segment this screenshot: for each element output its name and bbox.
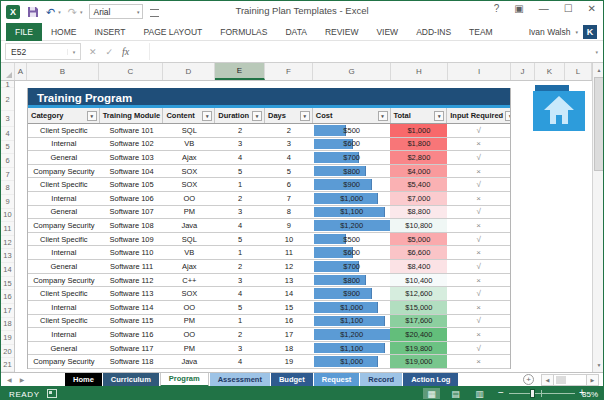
cell-input-required[interactable]: × xyxy=(447,328,510,341)
cell-cost[interactable]: $1,000 xyxy=(313,301,391,314)
name-box[interactable]: E52 ▾ xyxy=(5,43,81,60)
column-header-e[interactable]: E xyxy=(215,63,265,80)
cell-content[interactable]: Java xyxy=(163,355,215,368)
cell-days[interactable]: 6 xyxy=(265,178,313,191)
cell-module[interactable]: Software 107 xyxy=(100,206,164,219)
account-dropdown-icon[interactable]: ▾ xyxy=(575,29,578,35)
undo-dropdown-icon[interactable]: ▾ xyxy=(58,9,61,15)
expand-formula-bar-icon[interactable]: ▾ xyxy=(595,49,598,55)
cell-days[interactable]: 19 xyxy=(265,355,313,368)
cell-module[interactable]: Software 112 xyxy=(100,274,164,287)
ribbon-tab-add-ins[interactable]: ADD-INS xyxy=(407,23,460,41)
cell-input-required[interactable]: × xyxy=(447,219,510,232)
cell-content[interactable]: PM xyxy=(163,315,215,328)
row-header-5[interactable]: 5 xyxy=(1,141,14,155)
table-header-duration[interactable]: Duration▾ xyxy=(215,108,265,123)
zoom-slider-track[interactable] xyxy=(509,393,575,394)
cell-days[interactable]: 9 xyxy=(265,219,313,232)
cell-total[interactable]: $8,400 xyxy=(390,260,447,273)
sheet-tab-record[interactable]: Record xyxy=(360,373,402,387)
cell-module[interactable]: Software 108 xyxy=(100,219,164,232)
cell-days[interactable]: 7 xyxy=(265,192,313,205)
cell-content[interactable]: Ajax xyxy=(163,151,215,164)
undo-icon[interactable]: ↶ xyxy=(46,5,55,19)
cell-category[interactable]: Client Specific xyxy=(28,124,100,137)
cell-duration[interactable]: 1 xyxy=(215,246,265,259)
cell-cost[interactable]: $900 xyxy=(313,287,391,300)
cell-duration[interactable]: 5 xyxy=(215,165,265,178)
page-layout-view-icon[interactable]: ▤ xyxy=(447,388,464,400)
cell-total[interactable]: $10,800 xyxy=(390,219,447,232)
ribbon-tab-home[interactable]: HOME xyxy=(42,23,86,41)
cell-input-required[interactable]: × xyxy=(447,355,510,368)
cell-total[interactable]: $2,800 xyxy=(390,151,447,164)
cell-total[interactable]: $5,000 xyxy=(390,233,447,246)
row-header-4[interactable]: 4 xyxy=(1,127,14,141)
normal-view-icon[interactable]: ▦ xyxy=(423,388,440,400)
column-header-h[interactable]: H xyxy=(391,63,448,80)
save-icon[interactable] xyxy=(27,6,39,18)
cell-input-required[interactable]: × xyxy=(447,165,510,178)
vertical-scroll-thumb[interactable] xyxy=(594,77,604,171)
filter-dropdown-icon[interactable]: ▾ xyxy=(300,111,310,121)
account-name[interactable]: Ivan Walsh xyxy=(529,27,571,37)
cell-content[interactable]: Java xyxy=(163,219,215,232)
row-header-14[interactable]: 14 xyxy=(1,263,14,277)
sheet-nav-left-icon[interactable]: ◀ xyxy=(7,377,12,384)
zoom-level[interactable]: 85% xyxy=(582,390,598,399)
cell-content[interactable]: Ajax xyxy=(163,260,215,273)
row-header-16[interactable]: 16 xyxy=(1,290,14,304)
scroll-down-icon[interactable]: ▼ xyxy=(593,362,604,368)
ribbon-tab-view[interactable]: VIEW xyxy=(367,23,407,41)
table-row[interactable]: Client SpecificSoftware 109SQL510$500$5,… xyxy=(28,233,510,247)
column-header-g[interactable]: G xyxy=(313,63,391,80)
cell-days[interactable]: 2 xyxy=(265,124,313,137)
cell-duration[interactable]: 1 xyxy=(215,315,265,328)
table-row[interactable]: InternalSoftware 110VB111$600$6,600× xyxy=(28,246,510,260)
cell-cost[interactable]: $500 xyxy=(313,233,391,246)
filter-dropdown-icon[interactable]: ▾ xyxy=(505,111,510,121)
ribbon-tab-team[interactable]: TEAM xyxy=(460,23,502,41)
cell-duration[interactable]: 1 xyxy=(215,178,265,191)
cell-total[interactable]: $1,800 xyxy=(390,138,447,151)
sheet-tab-home[interactable]: Home xyxy=(65,373,102,387)
cell-category[interactable]: Company Security xyxy=(28,165,100,178)
cell-category[interactable]: General xyxy=(28,342,100,355)
cell-module[interactable]: Software 113 xyxy=(100,287,164,300)
cell-total[interactable]: $5,400 xyxy=(390,178,447,191)
cell-total[interactable]: $8,800 xyxy=(390,206,447,219)
cell-days[interactable]: 10 xyxy=(265,233,313,246)
ribbon-tab-insert[interactable]: INSERT xyxy=(85,23,134,41)
name-box-dropdown-icon[interactable]: ▾ xyxy=(67,49,80,55)
sheet-tab-budget[interactable]: Budget xyxy=(271,373,313,387)
cell-days[interactable]: 3 xyxy=(265,138,313,151)
cell-days[interactable]: 14 xyxy=(265,287,313,300)
column-header-j[interactable]: J xyxy=(511,63,535,80)
table-row[interactable]: Client SpecificSoftware 105SOX16$900$5,4… xyxy=(28,178,510,192)
table-row[interactable]: Company SecuritySoftware 118Java419$1,00… xyxy=(28,355,510,369)
cell-category[interactable]: Client Specific xyxy=(28,233,100,246)
table-row[interactable]: GeneralSoftware 103Ajax44$700$2,800√ xyxy=(28,151,510,165)
row-header-9[interactable]: 9 xyxy=(1,195,14,209)
column-header-b[interactable]: B xyxy=(27,63,99,80)
macro-record-icon[interactable] xyxy=(47,389,57,398)
row-header-2[interactable]: 2 xyxy=(1,88,14,111)
vertical-scrollbar[interactable]: ▲ ▼ xyxy=(592,63,604,372)
column-header-i[interactable]: I xyxy=(448,63,511,80)
cell-total[interactable]: $7,000 xyxy=(390,192,447,205)
cell-input-required[interactable]: √ xyxy=(447,233,510,246)
cell-duration[interactable]: 3 xyxy=(215,138,265,151)
filter-dropdown-icon[interactable]: ▾ xyxy=(87,111,97,121)
cell-content[interactable]: OO xyxy=(163,328,215,341)
cell-input-required[interactable]: √ xyxy=(447,315,510,328)
cell-module[interactable]: Software 116 xyxy=(100,328,164,341)
cell-category[interactable]: General xyxy=(28,260,100,273)
redo-dropdown-icon[interactable]: ▾ xyxy=(80,9,83,15)
cell-cost[interactable]: $900 xyxy=(313,178,391,191)
table-row[interactable]: InternalSoftware 114OO515$1,000$15,000× xyxy=(28,301,510,315)
cell-category[interactable]: Internal xyxy=(28,138,100,151)
cell-duration[interactable]: 3 xyxy=(215,274,265,287)
cell-total[interactable]: $15,000 xyxy=(390,301,447,314)
cell-input-required[interactable]: √ xyxy=(447,342,510,355)
redo-icon[interactable]: ↷ xyxy=(68,5,77,19)
